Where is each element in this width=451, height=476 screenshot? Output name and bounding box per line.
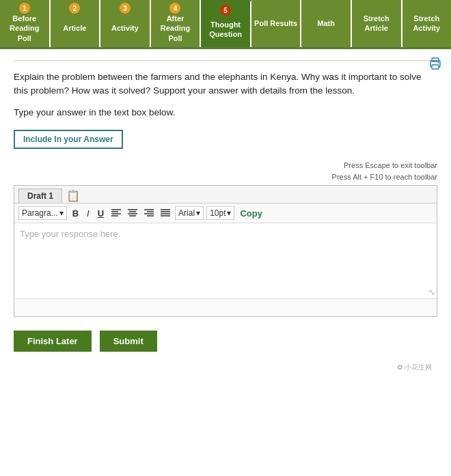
toolbar-hint-line1: Press Escape to exit toolbar — [14, 160, 437, 171]
tab-label-article: Article — [63, 23, 86, 33]
badge-4: 4 — [169, 3, 180, 14]
font-size-select[interactable]: 10pt ▾ — [206, 206, 234, 220]
draft-tabs: Draft 1 📋 — [14, 186, 437, 204]
copy-button[interactable]: Copy — [240, 208, 262, 219]
align-center-button[interactable] — [126, 206, 139, 220]
svg-rect-2 — [432, 65, 439, 69]
include-in-answer-button[interactable]: Include In your Answer — [14, 130, 123, 149]
main-content: Explain the problem between the farmers … — [0, 49, 451, 387]
svg-point-3 — [438, 62, 439, 64]
toolbar-hint: Press Escape to exit toolbar Press Alt +… — [14, 160, 437, 182]
tab-article[interactable]: 2 Article — [51, 0, 101, 47]
watermark-text: 小花生网 — [405, 363, 432, 371]
justify-button[interactable] — [159, 206, 172, 220]
bold-button[interactable]: B — [70, 207, 81, 220]
tab-thought-question[interactable]: 5 ThoughtQuestion — [201, 0, 251, 47]
italic-button[interactable]: I — [84, 207, 92, 220]
tab-label-activity: Activity — [111, 23, 139, 33]
separator — [14, 60, 437, 61]
tab-stretch-article[interactable]: StretchArticle — [352, 0, 402, 47]
font-family-label: Arial — [178, 208, 195, 218]
navigation-tabs: 1 BeforeReadingPoll 2 Article 3 Activity… — [0, 0, 451, 49]
tab-math[interactable]: Math — [301, 0, 352, 47]
align-left-button[interactable] — [109, 206, 123, 220]
tab-label-after-reading-poll: AfterReadingPoll — [161, 14, 190, 43]
draft-tab-1[interactable]: Draft 1 — [18, 188, 62, 203]
instruction-text: Type your answer in the text box below. — [14, 107, 437, 117]
question-text: Explain the problem between the farmers … — [14, 70, 437, 98]
tab-label-stretch-activity: StretchActivity — [413, 14, 440, 33]
badge-3: 3 — [120, 3, 131, 14]
font-family-chevron-icon: ▾ — [196, 208, 200, 218]
tab-label-stretch-article: StretchArticle — [364, 14, 390, 33]
resize-handle[interactable]: ⤡ — [428, 288, 435, 297]
badge-2: 2 — [69, 3, 80, 14]
editor-toolbar: Paragra... ▾ B I U Ari — [14, 204, 437, 223]
tab-stretch-activity[interactable]: StretchActivity — [402, 0, 452, 47]
watermark: ✿ 小花生网 — [14, 363, 437, 372]
tab-label-before-reading-poll: BeforeReadingPoll — [10, 14, 39, 43]
tab-after-reading-poll[interactable]: 4 AfterReadingPoll — [151, 0, 202, 47]
tab-label-thought-question: ThoughtQuestion — [209, 20, 242, 40]
badge-5: 5 — [220, 5, 231, 16]
watermark-icon: ✿ — [397, 363, 402, 371]
underline-button[interactable]: U — [95, 207, 107, 220]
tab-activity[interactable]: 3 Activity — [100, 0, 151, 47]
editor-footer — [14, 298, 437, 316]
font-size-chevron-icon: ▾ — [227, 208, 231, 218]
print-icon[interactable] — [428, 56, 443, 74]
toolbar-hint-line2: Press Alt + F10 to reach toolbar — [14, 171, 437, 183]
draft-info-icon[interactable]: 📋 — [66, 189, 80, 202]
paragraph-chevron-icon: ▾ — [59, 208, 64, 218]
finish-later-button[interactable]: Finish Later — [14, 331, 92, 352]
tab-before-reading-poll[interactable]: 1 BeforeReadingPoll — [0, 0, 51, 47]
align-right-button[interactable] — [142, 206, 156, 220]
editor-body[interactable]: Type your response here. ⤡ — [14, 223, 437, 298]
font-family-select[interactable]: Arial ▾ — [175, 206, 204, 220]
paragraph-style-label: Paragra... — [22, 208, 58, 218]
submit-button[interactable]: Submit — [100, 331, 157, 352]
editor-placeholder: Type your response here. — [20, 229, 120, 239]
bottom-actions: Finish Later Submit — [14, 331, 437, 352]
paragraph-style-select[interactable]: Paragra... ▾ — [18, 206, 67, 220]
tab-label-math: Math — [317, 18, 335, 28]
badge-1: 1 — [19, 3, 30, 14]
tab-poll-results[interactable]: Poll Results — [251, 0, 302, 47]
font-size-label: 10pt — [210, 208, 226, 218]
editor-container: Draft 1 📋 Paragra... ▾ B I U — [14, 185, 437, 317]
tab-label-poll-results: Poll Results — [254, 18, 297, 28]
